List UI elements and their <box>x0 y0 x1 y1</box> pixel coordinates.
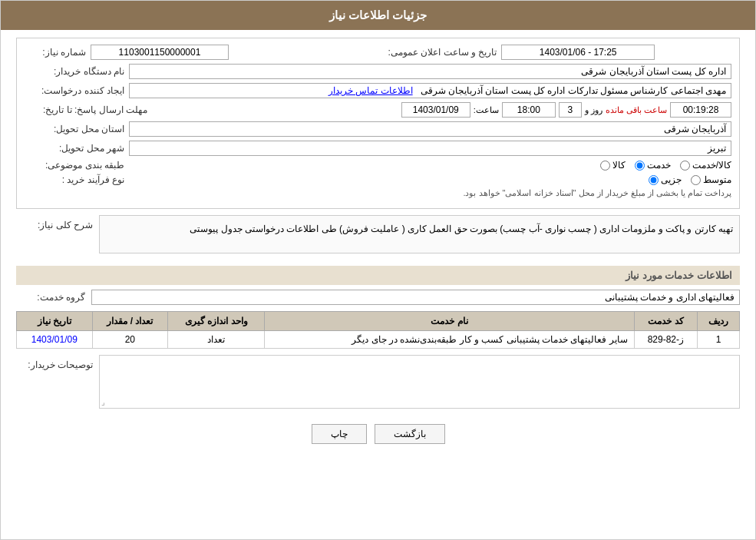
col-date: تاریخ نیاز <box>17 312 93 331</box>
cell-name: سایر فعالیتهای خدمات پشتیبانی کسب و کار … <box>265 331 634 349</box>
purchase-radio-motavaset[interactable]: متوسط <box>691 174 731 185</box>
announce-value: 1403/01/06 - 17:25 <box>501 45 655 60</box>
col-name: نام خدمت <box>265 312 634 331</box>
contact-link[interactable]: اطلاعات تماس خریدار <box>328 85 413 96</box>
category-radio-khedmat[interactable]: خدمت <box>635 160 671 171</box>
description-section: تهیه کارتن و پاکت و ملزومات اداری ( چسب … <box>16 215 740 260</box>
back-button[interactable]: بازگشت <box>375 424 445 444</box>
buyer-notes-label: توصیحات خریدار: <box>16 355 93 370</box>
buyer-org-label: نام دستگاه خریدار: <box>25 66 124 77</box>
deadline-days: 3 <box>559 102 582 118</box>
description-value: تهیه کارتن و پاکت و ملزومات اداری ( چسب … <box>99 215 740 253</box>
buttons-row: بازگشت چاپ <box>16 415 740 453</box>
cell-unit: تعداد <box>168 331 265 349</box>
category-radio-kala-khedmat[interactable]: کالا/خدمت <box>680 160 731 171</box>
creator-value: مهدی اجتماعی کارشناس مسئول تدارکات اداره… <box>129 83 731 98</box>
col-unit: واحد اندازه گیری <box>168 312 265 331</box>
service-group-value: فعالیتهای اداری و خدمات پشتیبانی <box>91 290 740 305</box>
creator-label: ایجاد کننده درخواست: <box>25 85 124 96</box>
deadline-time: 18:00 <box>502 102 556 118</box>
cell-code: ز-82-829 <box>634 331 697 349</box>
purchase-type-note: پرداخت تمام یا بخشی از مبلغ خریدار از مح… <box>129 188 731 198</box>
resize-handle: ⌟ <box>101 398 105 406</box>
city-value: تبریز <box>129 141 731 156</box>
purchase-type-label: نوع فرآیند خرید : <box>25 174 124 185</box>
deadline-date: 1403/01/09 <box>401 102 470 118</box>
need-number-value: 1103001150000001 <box>91 45 229 60</box>
buyer-org-value: اداره کل پست استان آذربایجان شرقی <box>129 64 731 79</box>
page-title: جزئیات اطلاعات نیاز <box>329 8 427 22</box>
page-header: جزئیات اطلاعات نیاز <box>1 1 755 30</box>
print-button[interactable]: چاپ <box>312 424 367 444</box>
cell-date: 1403/01/09 <box>17 331 93 349</box>
province-value: آذربایجان شرقی <box>129 121 731 137</box>
services-table: ردیف کد خدمت نام خدمت واحد اندازه گیری ت… <box>16 311 740 349</box>
service-group-row: فعالیتهای اداری و خدمات پشتیبانی گروه خد… <box>16 290 740 305</box>
table-row: 1 ز-82-829 سایر فعالیتهای خدمات پشتیبانی… <box>17 331 740 349</box>
buyer-notes-section: ⌟ توصیحات خریدار: <box>16 355 740 409</box>
buyer-notes-box[interactable]: ⌟ <box>99 355 740 409</box>
col-row: ردیف <box>698 312 740 331</box>
deadline-remaining: 00:19:28 <box>670 102 731 118</box>
services-title: اطلاعات خدمات مورد نیاز <box>16 266 740 285</box>
deadline-time-label: ساعت: <box>474 105 499 115</box>
col-quantity: تعداد / مقدار <box>92 312 168 331</box>
cell-quantity: 20 <box>92 331 168 349</box>
category-label: طبقه بندی موضوعی: <box>25 160 124 171</box>
description-label: شرح کلی نیاز: <box>16 215 93 230</box>
deadline-label: مهلت ارسال پاسخ: تا تاریخ: <box>25 104 147 115</box>
purchase-radio-jozii[interactable]: جزیی <box>649 174 682 185</box>
cell-row: 1 <box>698 331 740 349</box>
category-radio-kala[interactable]: کالا <box>600 160 626 171</box>
need-number-label: شماره نیاز: <box>25 47 86 58</box>
deadline-remaining-suffix: ساعت باقی مانده <box>606 105 667 115</box>
city-label: شهر محل تحویل: <box>25 143 124 154</box>
service-group-label: گروه خدمت: <box>16 292 85 303</box>
province-label: استان محل تحویل: <box>25 124 124 134</box>
announce-label: تاریخ و ساعت اعلان عمومی: <box>388 47 497 58</box>
col-code: کد خدمت <box>634 312 697 331</box>
deadline-remaining-label: روز و <box>585 105 602 115</box>
